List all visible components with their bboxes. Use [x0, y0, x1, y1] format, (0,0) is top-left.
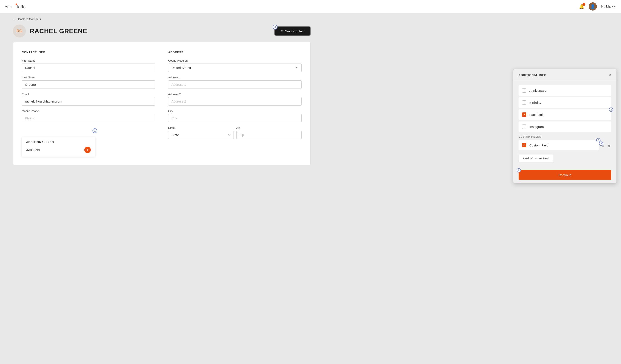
save-contact-button[interactable]: 6 ✏ Save Contact	[275, 27, 310, 35]
birthday-checkbox[interactable]	[522, 100, 526, 105]
custom-field-item: Custom Field 3	[518, 140, 599, 150]
add-custom-field-button[interactable]: + Add Custom Field	[518, 154, 553, 162]
city-input[interactable]	[168, 114, 302, 122]
instagram-checkbox-item: Instagram	[518, 122, 611, 132]
facebook-label: Facebook	[529, 113, 544, 116]
facebook-badge: 2	[609, 108, 613, 112]
custom-field-checkbox[interactable]	[522, 143, 526, 147]
edit-custom-field-button[interactable]: ✏ 4	[601, 144, 605, 149]
form-card: CONTACT INFO First Name Last Name Email …	[13, 42, 310, 165]
modal-body: Anniversary Birthday Facebook 2 Instagra…	[513, 81, 617, 167]
state-select[interactable]: State CA NY TX	[168, 131, 234, 139]
birthday-checkbox-item: Birthday	[518, 97, 611, 108]
city-label: City	[168, 110, 302, 113]
country-label: Country/Region	[168, 59, 302, 62]
zenfolio-logo-svg: zen folio	[5, 3, 31, 10]
delete-icon: 🗑	[607, 144, 611, 148]
modal-footer: 5 Continue	[513, 167, 617, 183]
custom-field-row: Custom Field 3 ✏ 4 🗑	[518, 140, 611, 152]
contact-header: RG RACHEL GREENE 6 ✏ Save Contact	[13, 25, 310, 37]
top-navigation: zen folio 🔔 1 👤 Hi, Mark ▾	[0, 0, 621, 13]
zip-label: Zip	[236, 126, 302, 129]
instagram-label: Instagram	[529, 125, 544, 128]
contact-info-title: CONTACT INFO	[22, 51, 155, 54]
mobile-phone-input[interactable]	[22, 114, 155, 122]
first-name-field: First Name	[22, 59, 155, 72]
modal-header: ADDITIONAL INFO ×	[513, 69, 617, 81]
zip-input[interactable]	[236, 131, 302, 139]
address1-field: Address 1	[168, 76, 302, 89]
custom-field-actions: ✏ 4 🗑	[601, 144, 611, 149]
first-name-input[interactable]	[22, 63, 155, 72]
address-title: ADDRESS	[168, 51, 302, 54]
facebook-checkbox-item: Facebook 2	[518, 110, 611, 120]
address2-field: Address 2	[168, 93, 302, 106]
continue-badge: 5	[517, 168, 521, 173]
custom-field-label: Custom Field	[529, 143, 548, 147]
additional-info-modal: ADDITIONAL INFO × Anniversary Birthday F…	[513, 69, 617, 184]
svg-text:folio: folio	[17, 4, 26, 9]
address1-label: Address 1	[168, 76, 302, 79]
address2-label: Address 2	[168, 93, 302, 96]
additional-info-panel: ADDITIONAL INFO Add Field +	[22, 137, 95, 157]
last-name-label: Last Name	[22, 76, 155, 79]
modal-title: ADDITIONAL INFO	[518, 73, 547, 77]
anniversary-checkbox[interactable]	[522, 88, 526, 93]
address2-input[interactable]	[168, 97, 302, 106]
main-content: ← Back to Contacts RG RACHEL GREENE 6 ✏ …	[0, 13, 323, 174]
additional-info-panel-title: ADDITIONAL INFO	[26, 141, 91, 144]
anniversary-label: Anniversary	[529, 89, 546, 92]
custom-fields-label: Custom Fields	[518, 135, 611, 138]
email-input[interactable]	[22, 97, 155, 106]
add-field-button[interactable]: +	[84, 147, 91, 153]
additional-info-panel-wrapper: ADDITIONAL INFO Add Field + 1	[22, 130, 95, 157]
facebook-checkbox[interactable]	[522, 112, 526, 117]
address-section: ADDRESS Country/Region United States Can…	[168, 51, 302, 157]
mobile-phone-label: Mobile Phone	[22, 110, 155, 113]
edit-badge: 4	[599, 142, 603, 146]
form-columns: CONTACT INFO First Name Last Name Email …	[22, 51, 302, 157]
address1-input[interactable]	[168, 80, 302, 89]
first-name-label: First Name	[22, 59, 155, 62]
email-label: Email	[22, 93, 155, 96]
mobile-phone-field: Mobile Phone	[22, 110, 155, 122]
contact-info-section: CONTACT INFO First Name Last Name Email …	[22, 51, 155, 157]
user-avatar: 👤	[589, 2, 597, 11]
custom-fields-section: Custom Fields Custom Field 3 ✏ 4	[518, 135, 611, 162]
save-badge: 6	[273, 25, 277, 30]
user-menu[interactable]: Hi, Mark ▾	[601, 4, 616, 8]
continue-button[interactable]: 5 Continue	[518, 170, 611, 180]
email-field: Email	[22, 93, 155, 106]
birthday-label: Birthday	[529, 101, 541, 104]
notification-badge: 1	[582, 3, 586, 6]
contact-name-row: RG RACHEL GREENE	[13, 25, 87, 37]
country-select[interactable]: United States Canada United Kingdom Aust…	[168, 63, 302, 72]
save-icon: ✏	[280, 29, 283, 33]
last-name-field: Last Name	[22, 76, 155, 89]
country-region-field: Country/Region United States Canada Unit…	[168, 59, 302, 72]
step-badge-1: 1	[92, 128, 97, 133]
nav-right: 🔔 1 👤 Hi, Mark ▾	[579, 2, 616, 11]
add-field-row[interactable]: Add Field +	[26, 147, 91, 153]
delete-custom-field-button[interactable]: 🗑	[607, 144, 611, 148]
state-zip-row: State State CA NY TX Zip	[168, 126, 302, 143]
state-label: State	[168, 126, 234, 129]
modal-close-button[interactable]: ×	[609, 73, 611, 77]
back-arrow-icon: ←	[13, 17, 16, 21]
contact-avatar: RG	[13, 25, 26, 37]
logo: zen folio	[5, 3, 31, 10]
notification-bell[interactable]: 🔔 1	[579, 4, 584, 9]
anniversary-checkbox-item: Anniversary	[518, 85, 611, 96]
instagram-checkbox[interactable]	[522, 125, 526, 129]
state-field: State State CA NY TX	[168, 126, 234, 139]
add-field-label: Add Field	[26, 148, 40, 152]
back-to-contacts-link[interactable]: ← Back to Contacts	[13, 13, 310, 25]
zip-field: Zip	[236, 126, 302, 139]
contact-name: RACHEL GREENE	[30, 27, 87, 35]
city-field: City	[168, 110, 302, 122]
last-name-input[interactable]	[22, 80, 155, 89]
svg-text:zen: zen	[5, 4, 12, 9]
